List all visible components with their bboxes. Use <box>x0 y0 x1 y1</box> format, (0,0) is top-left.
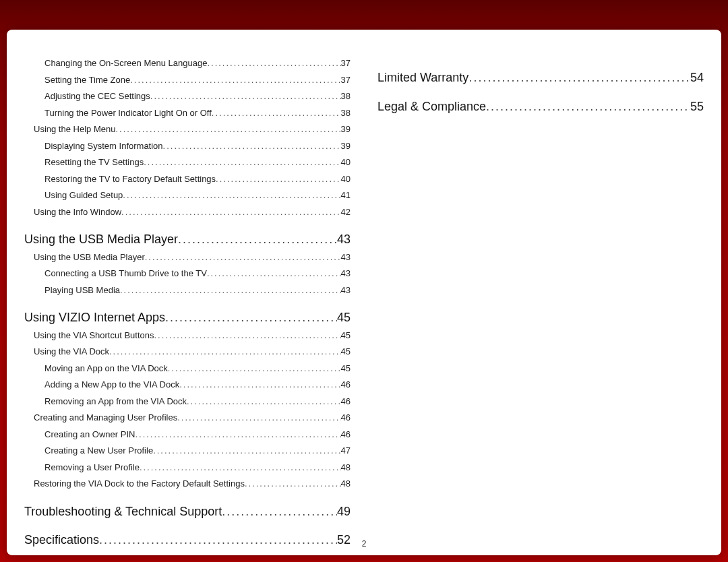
toc-entry[interactable]: Legal & Compliance......................… <box>377 99 704 115</box>
toc-entry[interactable]: Limited Warranty........................… <box>377 70 704 86</box>
toc-leader-dots: ........................................… <box>468 70 690 86</box>
toc-entry[interactable]: Restoring the TV to Factory Default Sett… <box>44 173 351 186</box>
toc-entry-label: Removing a User Profile <box>44 461 140 474</box>
toc-entry[interactable]: Using the VIA Dock......................… <box>34 345 351 358</box>
toc-leader-dots: ........................................… <box>163 139 341 153</box>
toc-entry-label: Creating a New User Profile <box>44 444 153 458</box>
toc-leader-dots: ........................................… <box>207 57 340 70</box>
toc-entry[interactable]: Resetting the TV Settings...............… <box>44 156 351 169</box>
toc-leader-dots: ........................................… <box>178 232 337 247</box>
toc-entry-label: Restoring the TV to Factory Default Sett… <box>44 173 216 186</box>
toc-entry-label: Creating and Managing User Profiles <box>34 411 177 425</box>
toc-entry-label: Moving an App on the VIA Dock <box>44 362 168 375</box>
toc-entry[interactable]: Removing a User Profile.................… <box>44 461 351 474</box>
toc-entry-page: 54 <box>690 70 704 86</box>
toc-entry-label: Changing the On-Screen Menu Language <box>44 57 207 70</box>
toc-entry[interactable]: Creating a New User Profile.............… <box>44 444 351 458</box>
toc-entry[interactable]: Moving an App on the VIA Dock...........… <box>44 362 351 375</box>
toc-entry[interactable]: Setting the Time Zone...................… <box>44 73 351 87</box>
toc-leader-dots: ........................................… <box>140 461 341 474</box>
toc-leader-dots: ........................................… <box>150 90 341 103</box>
toc-leader-dots: ........................................… <box>153 444 340 458</box>
toc-entry[interactable]: Using the Info Window...................… <box>34 206 351 219</box>
toc-leader-dots: ........................................… <box>145 251 341 264</box>
toc-entry-label: Using the Info Window <box>34 206 121 219</box>
toc-entry[interactable]: Adding a New App to the VIA Dock........… <box>44 378 351 392</box>
toc-entry-page: 40 <box>341 156 351 169</box>
toc-entry-page: 38 <box>341 106 351 120</box>
toc-entry[interactable]: Connecting a USB Thumb Drive to the TV..… <box>44 267 351 280</box>
toc-leader-dots: ........................................… <box>168 362 341 375</box>
toc-leader-dots: ........................................… <box>144 156 340 169</box>
toc-leader-dots: ........................................… <box>120 284 341 297</box>
toc-entry-label: Creating an Owner PIN <box>44 428 135 441</box>
toc-entry-page: 40 <box>341 173 351 186</box>
toc-entry[interactable]: Changing the On-Screen Menu Language....… <box>44 57 351 70</box>
toc-entry[interactable]: Restoring the VIA Dock to the Factory De… <box>34 477 351 491</box>
toc-entry-label: Legal & Compliance <box>377 99 486 115</box>
toc-entry-page: 43 <box>341 284 351 297</box>
toc-column-left: Changing the On-Screen Menu Language....… <box>24 57 351 528</box>
toc-entry-label: Using VIZIO Internet Apps <box>24 310 165 325</box>
toc-entry-label: Removing an App from the VIA Dock <box>44 395 187 408</box>
toc-column-right: Limited Warranty........................… <box>377 57 704 528</box>
toc-entry-label: Playing USB Media <box>44 284 120 297</box>
toc-entry[interactable]: Removing an App from the VIA Dock.......… <box>44 395 351 408</box>
toc-entry-page: 46 <box>341 378 351 392</box>
toc-entry[interactable]: Adjusting the CEC Settings..............… <box>44 90 351 103</box>
toc-leader-dots: ........................................… <box>177 411 340 425</box>
toc-entry[interactable]: Using the USB Media Player..............… <box>34 251 351 264</box>
toc-columns: Changing the On-Screen Menu Language....… <box>24 57 704 528</box>
toc-entry-label: Limited Warranty <box>377 70 468 86</box>
toc-entry-page: 45 <box>341 329 351 342</box>
toc-entry-label: Setting the Time Zone <box>44 73 130 87</box>
toc-entry-label: Using the Help Menu <box>34 123 115 136</box>
toc-entry-page: 38 <box>341 90 351 103</box>
toc-entry-page: 46 <box>341 395 351 408</box>
toc-leader-dots: ........................................… <box>123 189 340 202</box>
toc-entry-page: 43 <box>337 232 351 247</box>
toc-entry[interactable]: Using the Help Menu.....................… <box>34 123 351 136</box>
toc-leader-dots: ........................................… <box>121 206 340 219</box>
toc-entry-page: 49 <box>337 504 351 520</box>
toc-leader-dots: ........................................… <box>130 73 340 87</box>
toc-leader-dots: ........................................… <box>222 504 337 520</box>
toc-leader-dots: ........................................… <box>245 477 341 491</box>
toc-entry[interactable]: Using the USB Media Player..............… <box>24 232 351 247</box>
toc-entry[interactable]: Using the VIA Shortcut Buttons..........… <box>34 329 351 342</box>
toc-entry-label: Using the VIA Dock <box>34 345 109 358</box>
toc-leader-dots: ........................................… <box>486 99 690 115</box>
toc-entry[interactable]: Turning the Power Indicator Light On or … <box>44 106 351 120</box>
toc-entry-label: Adding a New App to the VIA Dock <box>44 378 179 392</box>
toc-entry-page: 45 <box>341 362 351 375</box>
toc-entry-label: Displaying System Information <box>44 139 163 153</box>
toc-entry-label: Resetting the TV Settings <box>44 156 144 169</box>
toc-leader-dots: ........................................… <box>179 378 340 392</box>
toc-entry-label: Using Guided Setup <box>44 189 123 202</box>
toc-entry[interactable]: Using VIZIO Internet Apps...............… <box>24 310 351 325</box>
toc-entry[interactable]: Using Guided Setup......................… <box>44 189 351 202</box>
toc-entry-label: Troubleshooting & Technical Support <box>24 504 222 520</box>
toc-entry-page: 37 <box>341 57 351 70</box>
toc-entry-page: 55 <box>690 99 704 115</box>
toc-entry[interactable]: Creating an Owner PIN...................… <box>44 428 351 441</box>
toc-leader-dots: ........................................… <box>154 329 341 342</box>
toc-leader-dots: ........................................… <box>135 428 340 441</box>
toc-entry-label: Using the USB Media Player <box>34 251 145 264</box>
toc-entry[interactable]: Displaying System Information...........… <box>44 139 351 153</box>
toc-entry-page: 48 <box>341 461 351 474</box>
toc-entry-page: 45 <box>337 310 351 325</box>
toc-entry[interactable]: Troubleshooting & Technical Support.....… <box>24 504 351 520</box>
toc-entry-label: Using the USB Media Player <box>24 232 178 247</box>
toc-leader-dots: ........................................… <box>216 173 340 186</box>
toc-leader-dots: ........................................… <box>207 267 341 280</box>
toc-leader-dots: ........................................… <box>212 106 341 120</box>
toc-leader-dots: ........................................… <box>115 123 340 136</box>
toc-leader-dots: ........................................… <box>165 310 337 325</box>
toc-leader-dots: ........................................… <box>109 345 341 358</box>
toc-entry-page: 42 <box>341 206 351 219</box>
toc-entry[interactable]: Creating and Managing User Profiles.....… <box>34 411 351 425</box>
toc-entry[interactable]: Playing USB Media.......................… <box>44 284 351 297</box>
page-number: 2 <box>7 539 721 549</box>
toc-entry-page: 39 <box>341 139 351 153</box>
